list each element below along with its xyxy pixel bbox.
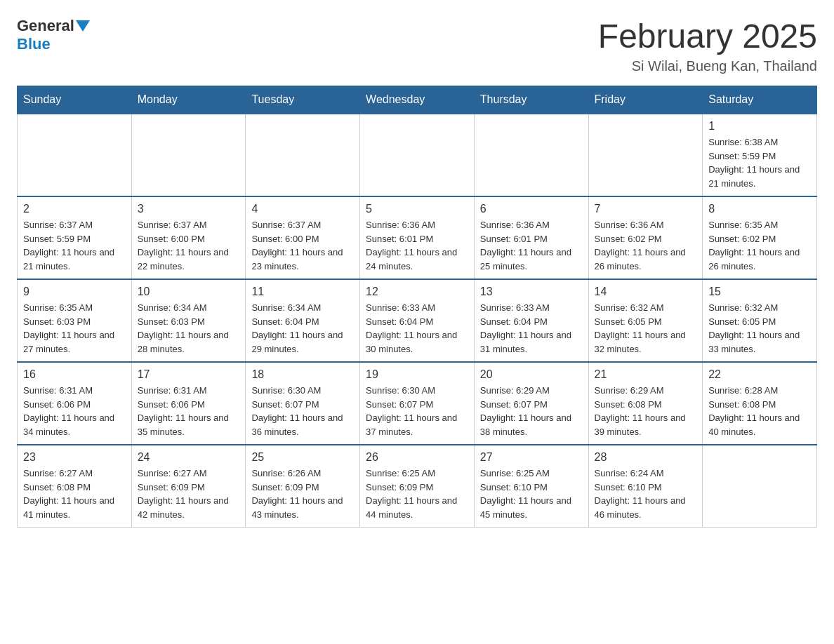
day-info: Sunrise: 6:37 AMSunset: 6:00 PMDaylight:…	[251, 218, 354, 273]
day-number: 17	[138, 368, 240, 381]
daylight-text: Daylight: 11 hours and 43 minutes.	[251, 495, 343, 520]
sunrise-text: Sunrise: 6:37 AM	[138, 220, 207, 230]
sunrise-text: Sunrise: 6:34 AM	[251, 302, 321, 313]
day-info: Sunrise: 6:31 AMSunset: 6:06 PMDaylight:…	[23, 384, 126, 438]
sunrise-text: Sunrise: 6:35 AM	[708, 220, 778, 230]
sunset-text: Sunset: 6:01 PM	[480, 234, 548, 244]
sunset-text: Sunset: 6:05 PM	[708, 316, 776, 327]
day-info: Sunrise: 6:24 AMSunset: 6:10 PMDaylight:…	[595, 467, 697, 521]
sunset-text: Sunset: 6:10 PM	[595, 482, 662, 492]
calendar-week-2: 2Sunrise: 6:37 AMSunset: 5:59 PMDaylight…	[18, 196, 817, 279]
day-number: 26	[366, 451, 468, 464]
calendar-cell: 8Sunrise: 6:35 AMSunset: 6:02 PMDaylight…	[703, 196, 817, 279]
daylight-text: Daylight: 11 hours and 39 minutes.	[595, 412, 686, 437]
day-number: 19	[366, 368, 468, 381]
calendar-cell: 22Sunrise: 6:28 AMSunset: 6:08 PMDayligh…	[703, 362, 817, 445]
day-info: Sunrise: 6:36 AMSunset: 6:01 PMDaylight:…	[480, 218, 583, 273]
calendar-cell: 13Sunrise: 6:33 AMSunset: 6:04 PMDayligh…	[474, 279, 588, 362]
calendar-cell: 9Sunrise: 6:35 AMSunset: 6:03 PMDaylight…	[18, 279, 132, 362]
day-info: Sunrise: 6:33 AMSunset: 6:04 PMDaylight:…	[480, 301, 583, 356]
calendar-cell: 15Sunrise: 6:32 AMSunset: 6:05 PMDayligh…	[703, 279, 817, 362]
sunrise-text: Sunrise: 6:25 AM	[366, 468, 435, 478]
calendar-week-4: 16Sunrise: 6:31 AMSunset: 6:06 PMDayligh…	[18, 362, 817, 445]
calendar-cell: 25Sunrise: 6:26 AMSunset: 6:09 PMDayligh…	[246, 445, 360, 528]
day-number: 1	[708, 120, 811, 133]
calendar-cell	[18, 114, 132, 196]
day-info: Sunrise: 6:30 AMSunset: 6:07 PMDaylight:…	[366, 384, 468, 438]
calendar-cell: 1Sunrise: 6:38 AMSunset: 5:59 PMDaylight…	[703, 114, 817, 196]
title-block: February 2025 Si Wilai, Bueng Kan, Thail…	[598, 17, 817, 74]
calendar-cell	[474, 114, 588, 196]
sunrise-text: Sunrise: 6:31 AM	[138, 385, 207, 396]
daylight-text: Daylight: 11 hours and 37 minutes.	[366, 412, 457, 437]
day-info: Sunrise: 6:36 AMSunset: 6:01 PMDaylight:…	[366, 218, 468, 273]
header-sunday: Sunday	[18, 86, 132, 114]
day-info: Sunrise: 6:28 AMSunset: 6:08 PMDaylight:…	[708, 384, 811, 438]
page-header: General Blue February 2025 Si Wilai, Bue…	[17, 17, 817, 74]
daylight-text: Daylight: 11 hours and 34 minutes.	[23, 412, 114, 437]
daylight-text: Daylight: 11 hours and 41 minutes.	[23, 495, 114, 520]
day-number: 25	[251, 451, 354, 464]
daylight-text: Daylight: 11 hours and 29 minutes.	[251, 330, 343, 354]
sunset-text: Sunset: 5:59 PM	[708, 151, 776, 161]
sunset-text: Sunset: 6:00 PM	[138, 234, 205, 244]
header-saturday: Saturday	[703, 86, 817, 114]
calendar-cell	[131, 114, 246, 196]
daylight-text: Daylight: 11 hours and 42 minutes.	[138, 495, 229, 520]
header-monday: Monday	[131, 86, 246, 114]
daylight-text: Daylight: 11 hours and 35 minutes.	[138, 412, 229, 437]
day-number: 6	[480, 203, 583, 215]
calendar-cell: 7Sunrise: 6:36 AMSunset: 6:02 PMDaylight…	[588, 196, 703, 279]
day-number: 10	[138, 286, 240, 298]
logo-general-text: General	[17, 17, 74, 35]
daylight-text: Daylight: 11 hours and 25 minutes.	[480, 247, 571, 271]
sunrise-text: Sunrise: 6:25 AM	[480, 468, 550, 478]
day-number: 2	[23, 203, 126, 215]
sunset-text: Sunset: 6:07 PM	[251, 399, 319, 410]
day-number: 4	[251, 203, 354, 215]
daylight-text: Daylight: 11 hours and 40 minutes.	[708, 412, 800, 437]
sunset-text: Sunset: 6:08 PM	[595, 399, 662, 410]
sunrise-text: Sunrise: 6:27 AM	[23, 468, 93, 478]
calendar-subtitle: Si Wilai, Bueng Kan, Thailand	[598, 58, 817, 74]
daylight-text: Daylight: 11 hours and 46 minutes.	[595, 495, 686, 520]
day-info: Sunrise: 6:36 AMSunset: 6:02 PMDaylight:…	[595, 218, 697, 273]
day-number: 21	[595, 368, 697, 381]
day-info: Sunrise: 6:35 AMSunset: 6:03 PMDaylight:…	[23, 301, 126, 356]
sunset-text: Sunset: 6:03 PM	[138, 316, 205, 327]
daylight-text: Daylight: 11 hours and 32 minutes.	[595, 330, 686, 354]
day-number: 7	[595, 203, 697, 215]
day-number: 3	[138, 203, 240, 215]
sunrise-text: Sunrise: 6:33 AM	[366, 302, 435, 313]
day-info: Sunrise: 6:37 AMSunset: 6:00 PMDaylight:…	[138, 218, 240, 273]
day-number: 28	[595, 451, 697, 464]
sunrise-text: Sunrise: 6:37 AM	[23, 220, 93, 230]
day-info: Sunrise: 6:33 AMSunset: 6:04 PMDaylight:…	[366, 301, 468, 356]
calendar-cell: 6Sunrise: 6:36 AMSunset: 6:01 PMDaylight…	[474, 196, 588, 279]
sunrise-text: Sunrise: 6:32 AM	[708, 302, 778, 313]
sunset-text: Sunset: 6:09 PM	[138, 482, 205, 492]
sunrise-text: Sunrise: 6:36 AM	[595, 220, 664, 230]
day-number: 18	[251, 368, 354, 381]
calendar-cell: 27Sunrise: 6:25 AMSunset: 6:10 PMDayligh…	[474, 445, 588, 528]
logo-triangle-icon	[76, 20, 90, 32]
day-info: Sunrise: 6:25 AMSunset: 6:10 PMDaylight:…	[480, 467, 583, 521]
sunrise-text: Sunrise: 6:34 AM	[138, 302, 207, 313]
sunset-text: Sunset: 6:07 PM	[480, 399, 548, 410]
day-info: Sunrise: 6:27 AMSunset: 6:08 PMDaylight:…	[23, 467, 126, 521]
header-tuesday: Tuesday	[246, 86, 360, 114]
calendar-cell: 4Sunrise: 6:37 AMSunset: 6:00 PMDaylight…	[246, 196, 360, 279]
sunrise-text: Sunrise: 6:32 AM	[595, 302, 664, 313]
day-info: Sunrise: 6:32 AMSunset: 6:05 PMDaylight:…	[708, 301, 811, 356]
calendar-cell: 18Sunrise: 6:30 AMSunset: 6:07 PMDayligh…	[246, 362, 360, 445]
day-number: 9	[23, 286, 126, 298]
logo-blue-text: Blue	[17, 35, 51, 53]
day-number: 5	[366, 203, 468, 215]
calendar-cell: 2Sunrise: 6:37 AMSunset: 5:59 PMDaylight…	[18, 196, 132, 279]
day-number: 20	[480, 368, 583, 381]
daylight-text: Daylight: 11 hours and 22 minutes.	[138, 247, 229, 271]
daylight-text: Daylight: 11 hours and 30 minutes.	[366, 330, 457, 354]
sunset-text: Sunset: 6:04 PM	[251, 316, 319, 327]
daylight-text: Daylight: 11 hours and 28 minutes.	[138, 330, 229, 354]
sunset-text: Sunset: 6:04 PM	[366, 316, 433, 327]
